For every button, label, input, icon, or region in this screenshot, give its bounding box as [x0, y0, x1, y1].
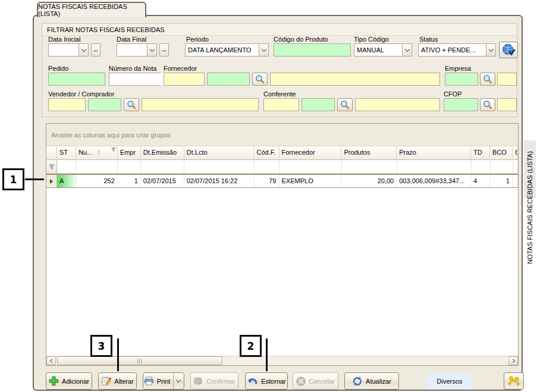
scrollbar-thumb[interactable]: [57, 356, 222, 365]
periodo-combo[interactable]: DATA LANÇAMENTO: [185, 43, 269, 57]
tab-notas-fiscais[interactable]: NOTAS FISCAIS RECEBIDAS (LISTA): [37, 2, 146, 17]
filter-cell[interactable]: [76, 160, 118, 174]
status-label: Status: [419, 36, 438, 43]
codigo-produto-input[interactable]: [274, 43, 351, 57]
scroll-left-button[interactable]: [46, 356, 56, 365]
cfop-nome-input[interactable]: [497, 98, 517, 111]
tipo-codigo-value: MANUAL: [354, 44, 402, 56]
filter-cell[interactable]: [57, 160, 76, 174]
side-tab-notas-fiscais[interactable]: NOTAS FISCAIS RECEBIDAS (LISTA): [523, 140, 537, 275]
filter-cell[interactable]: [184, 160, 255, 174]
filter-panel: FILTRAR NOTAS FISCAIS RECEBIDAS Data Ini…: [42, 23, 517, 117]
cell-st: A: [57, 175, 76, 187]
data-final-clear-button[interactable]: –: [159, 43, 169, 57]
codigo-produto-label: Código do Produto: [274, 36, 328, 43]
vendedor-codigo-input[interactable]: [48, 98, 86, 111]
cell-numero: 252: [76, 175, 118, 187]
col-td[interactable]: TD: [471, 146, 490, 160]
estornar-button[interactable]: Estornar: [245, 372, 288, 390]
fornecedor-busca-input[interactable]: [207, 73, 250, 86]
print-dropdown-button[interactable]: [173, 373, 183, 389]
col-c[interactable]: C: [513, 146, 518, 160]
numero-nota-spinner[interactable]: [109, 73, 161, 86]
col-numero[interactable]: Nu...↑: [76, 146, 118, 160]
status-combo[interactable]: ATIVO + PENDE...: [418, 43, 496, 57]
chevron-down-icon[interactable]: [486, 44, 495, 56]
col-indicator: [46, 146, 57, 160]
filter-cell[interactable]: [255, 160, 280, 174]
atualizar-button[interactable]: Atualizar: [344, 372, 399, 390]
fornecedor-label: Fornecedor: [164, 65, 197, 73]
filter-cell[interactable]: [118, 160, 141, 174]
periodo-value: DATA LANÇAMENTO: [186, 44, 259, 56]
cell-cod-f: 79: [255, 175, 280, 187]
col-fornecedor[interactable]: Fornecedor: [280, 146, 342, 160]
fornecedor-nome-input[interactable]: [270, 73, 440, 86]
cfop-lookup-button[interactable]: [480, 98, 495, 111]
filter-cell[interactable]: [141, 160, 184, 174]
col-st[interactable]: ST: [57, 146, 76, 160]
filter-cell[interactable]: [397, 160, 472, 174]
scroll-right-button[interactable]: [508, 356, 518, 365]
grid-header-row: ST Nu...↑ Empr Dt.Emissão Dt.Lcto Cód.F.…: [46, 146, 518, 160]
empresa-input[interactable]: [445, 73, 478, 86]
status-value: ATIVO + PENDE...: [419, 44, 486, 56]
col-bco[interactable]: BCO: [490, 146, 513, 160]
group-by-box[interactable]: Arraste as colunas aqui para criar grupo…: [46, 124, 518, 146]
col-empr[interactable]: Empr: [118, 146, 141, 160]
column-filter-icon[interactable]: [111, 148, 116, 152]
data-inicial-clear-button[interactable]: –: [91, 43, 101, 57]
chevron-down-icon[interactable]: [259, 44, 268, 56]
chevron-left-icon: [49, 359, 54, 363]
alterar-button[interactable]: Alterar: [98, 372, 137, 390]
filter-row-button[interactable]: [46, 160, 57, 174]
cell-bco: 1: [490, 175, 513, 187]
search-web-button[interactable]: [499, 42, 518, 58]
col-prazo[interactable]: Prazo: [397, 146, 471, 160]
chevron-down-icon[interactable]: [147, 44, 156, 56]
col-dt-emissao[interactable]: Dt.Emissão: [141, 146, 184, 160]
fornecedor-lookup-button[interactable]: [252, 73, 268, 86]
table-row[interactable]: A 252 1 02/07/2015 02/07/2015 16:22 79 E…: [46, 174, 518, 188]
chevron-down-icon[interactable]: [402, 44, 412, 56]
filter-cell[interactable]: [472, 160, 491, 174]
diversos-button[interactable]: Diversos: [427, 373, 472, 389]
row-arrow-icon: [50, 179, 53, 184]
fornecedor-codigo-input[interactable]: [164, 73, 205, 86]
filter-cell[interactable]: [280, 160, 342, 174]
empresa-lookup-button[interactable]: [480, 73, 495, 86]
col-dt-lcto[interactable]: Dt.Lcto: [184, 146, 255, 160]
chevron-down-icon[interactable]: [78, 44, 88, 56]
adicionar-button[interactable]: Adicionar: [46, 372, 92, 390]
chevron-right-icon: [510, 359, 514, 363]
plus-icon: [49, 376, 59, 386]
confirmar-button[interactable]: Confirmar: [190, 372, 238, 390]
cell-empr: 1: [118, 175, 141, 187]
conferente-nome-input[interactable]: [355, 98, 440, 111]
callout-2-line: [266, 338, 268, 371]
chevron-down-icon: [176, 378, 181, 382]
vendedor-lookup-button[interactable]: [124, 98, 139, 111]
filter-cell[interactable]: [491, 160, 513, 174]
vendedor-busca-input[interactable]: [88, 98, 121, 111]
conferente-lookup-button[interactable]: [337, 98, 353, 111]
pedido-input[interactable]: [48, 73, 105, 86]
cfop-input[interactable]: [444, 98, 478, 111]
vendedor-nome-input[interactable]: [142, 98, 259, 111]
magnifier-icon: [340, 100, 350, 109]
tipo-codigo-combo[interactable]: MANUAL: [354, 43, 412, 57]
filter-cell[interactable]: [513, 160, 518, 174]
data-inicial-combo[interactable]: [48, 43, 89, 57]
conferente-codigo-input[interactable]: [263, 98, 299, 111]
conferente-busca-input[interactable]: [302, 98, 335, 111]
data-inicial-value: [49, 44, 78, 56]
col-produtos[interactable]: Produtos: [341, 146, 397, 160]
row-indicator: [46, 175, 57, 187]
empresa-nome-input[interactable]: [497, 73, 517, 86]
col-cod-f[interactable]: Cód.F.: [255, 146, 280, 160]
steps-button[interactable]: [504, 372, 524, 390]
data-final-combo[interactable]: [117, 43, 157, 57]
print-button[interactable]: Print: [143, 372, 184, 390]
filter-cell[interactable]: [342, 160, 397, 174]
cancelar-button[interactable]: Cancelar: [293, 372, 338, 390]
